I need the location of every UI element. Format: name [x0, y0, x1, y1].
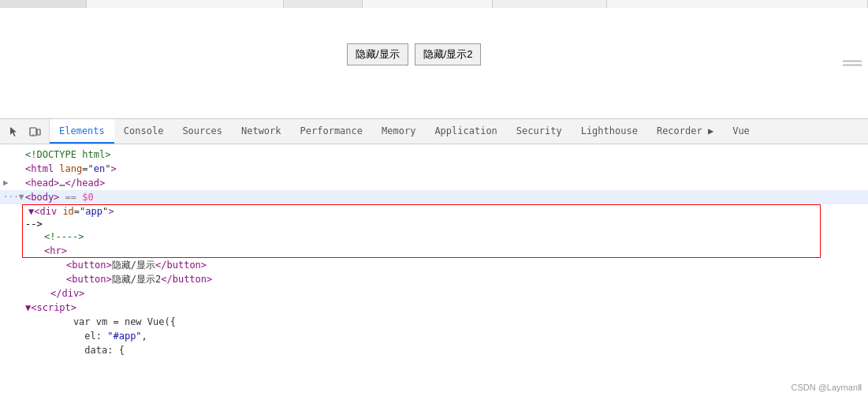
hide-show-button-1[interactable]: 隐藏/显示 [347, 43, 408, 65]
tab-memory[interactable]: Memory [372, 119, 425, 144]
top-segment-5 [493, 0, 607, 8]
tab-elements[interactable]: Elements [50, 119, 114, 144]
code-line-10: </div> [0, 286, 868, 301]
drag-line-1 [843, 61, 862, 62]
device-icon[interactable] [27, 124, 43, 140]
cursor-icon[interactable] [6, 124, 22, 140]
code-line-14: data: { [0, 343, 868, 357]
code-line-6: <!----> [25, 230, 868, 244]
drag-handle[interactable] [836, 61, 868, 66]
code-line-9: <button>隐藏/显示2</button> [0, 272, 868, 286]
selected-code-block: ▼<div id="app"> --> <!----> <hr> [25, 204, 868, 258]
drag-line-2 [843, 65, 862, 66]
browser-preview: 隐藏/显示 隐藏/显示2 [0, 8, 868, 118]
top-segment-2 [87, 0, 284, 8]
tab-lighthouse[interactable]: Lighthouse [572, 119, 647, 144]
code-line-5: ▼<div id="app"> [25, 204, 868, 219]
watermark: CSDN @LaymanⅡ [791, 383, 862, 389]
tab-icon-group [0, 119, 50, 144]
tab-application[interactable]: Application [425, 119, 506, 144]
top-segment-3 [284, 0, 363, 8]
code-line-8: <button>隐藏/显示</button> [0, 258, 868, 272]
code-line-7: <hr> [25, 244, 868, 258]
code-line-12: var vm = new Vue({ [0, 315, 868, 329]
elements-code-panel[interactable]: <!DOCTYPE html> <html lang="en"> ▶ <head… [0, 144, 868, 389]
top-segment-6 [607, 0, 868, 8]
tab-recorder[interactable]: Recorder ▶ [647, 119, 723, 144]
preview-buttons: 隐藏/显示 隐藏/显示2 [347, 43, 481, 65]
devtools-panel: Elements Console Sources Network Perform… [0, 118, 868, 389]
tab-sources[interactable]: Sources [173, 119, 232, 144]
svg-rect-1 [37, 129, 40, 135]
hide-show-button-2[interactable]: 隐藏/显示2 [415, 43, 482, 65]
code-line-11: ▼<script> [0, 301, 868, 315]
tab-performance[interactable]: Performance [291, 119, 372, 144]
code-line-13: el: "#app", [0, 329, 868, 343]
code-line-3: ▶ <head>…</head> [0, 176, 868, 190]
code-line-1: <!DOCTYPE html> [0, 148, 868, 162]
top-segment-1 [0, 0, 87, 8]
tab-network[interactable]: Network [232, 119, 291, 144]
code-line-4[interactable]: ···▼ <body> == $0 [0, 190, 868, 204]
devtools-tab-bar: Elements Console Sources Network Perform… [0, 119, 868, 144]
code-line-2: <html lang="en"> [0, 162, 868, 176]
tab-security[interactable]: Security [507, 119, 572, 144]
tab-vue[interactable]: Vue [723, 119, 759, 144]
browser-top-bar [0, 0, 868, 8]
top-segment-4 [363, 0, 493, 8]
tab-console[interactable]: Console [114, 119, 173, 144]
